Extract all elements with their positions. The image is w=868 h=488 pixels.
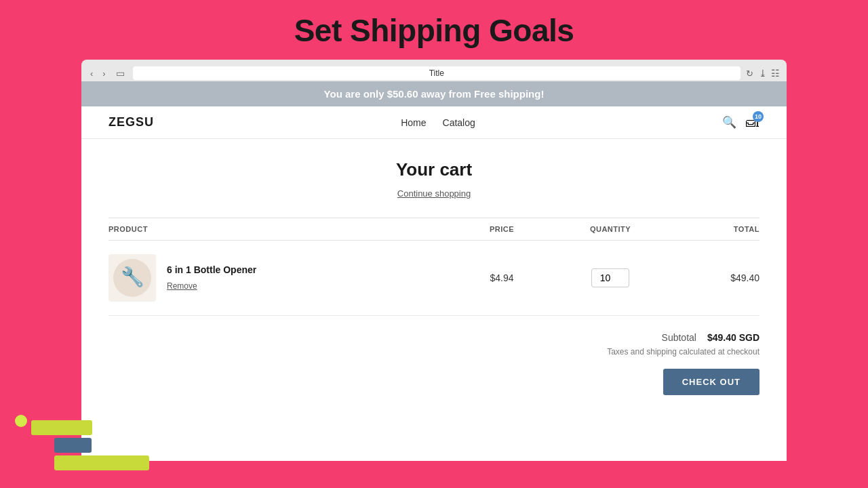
- store-logo: ZEGSU: [108, 115, 154, 129]
- table-row: 🔧 6 in 1 Bottle Opener Remove $4.94 $49.…: [108, 241, 760, 316]
- browser-actions: ⤓ ☷: [759, 68, 780, 79]
- cart-item-price: $4.94: [448, 272, 556, 283]
- browser-reload-btn[interactable]: ↻: [746, 68, 753, 79]
- cart-item-product: 🔧 6 in 1 Bottle Opener Remove: [108, 254, 448, 302]
- browser-chrome: ‹ › ▭ ↻ ⤓ ☷: [81, 60, 787, 81]
- browser-sidebar-btn[interactable]: ▭: [113, 66, 127, 80]
- cart-title: Your cart: [108, 159, 760, 180]
- cart-subtotal: Subtotal $49.40 SGD Taxes and shipping c…: [108, 316, 760, 406]
- cart-icon-button[interactable]: 🛋 10: [746, 115, 760, 130]
- product-name: 6 in 1 Bottle Opener: [167, 264, 256, 275]
- subtotal-row: Subtotal $49.40 SGD: [662, 332, 760, 343]
- deco-dot: [15, 415, 27, 427]
- page-title: Set Shipping Goals: [0, 12, 868, 49]
- nav-home[interactable]: Home: [401, 117, 426, 128]
- shop-window: You are only $50.60 away from Free shipp…: [81, 81, 787, 461]
- svg-text:🔧: 🔧: [121, 266, 144, 288]
- browser-bookmark-btn[interactable]: ☷: [771, 68, 780, 79]
- col-header-quantity: QUANTITY: [556, 225, 665, 233]
- product-image: 🔧: [108, 254, 156, 302]
- deco-bar-2: [54, 438, 92, 453]
- col-header-price: PRICE: [448, 225, 556, 233]
- browser-address-bar[interactable]: [133, 66, 741, 80]
- remove-item-button[interactable]: Remove: [167, 281, 197, 291]
- store-nav: Home Catalog: [401, 117, 475, 128]
- continue-shopping-link[interactable]: Continue shopping: [108, 188, 760, 199]
- page-title-area: Set Shipping Goals: [0, 0, 868, 60]
- checkout-button[interactable]: CHECK OUT: [663, 369, 760, 395]
- shipping-banner: You are only $50.60 away from Free shipp…: [81, 81, 787, 106]
- cart-table-header: PRODUCT PRICE QUANTITY TOTAL: [108, 218, 760, 241]
- tax-note: Taxes and shipping calculated at checkou…: [607, 347, 760, 357]
- col-header-product: PRODUCT: [108, 225, 448, 233]
- browser-forward-btn[interactable]: ›: [100, 67, 107, 80]
- cart-item-quantity: [556, 268, 665, 287]
- cart-item-details: 6 in 1 Bottle Opener Remove: [167, 264, 256, 291]
- product-image-svg: 🔧: [112, 258, 153, 298]
- subtotal-value: $49.40 SGD: [707, 332, 760, 343]
- deco-bar-3: [54, 455, 149, 470]
- cart-content: Your cart Continue shopping PRODUCT PRIC…: [81, 139, 787, 426]
- quantity-input[interactable]: [591, 268, 629, 287]
- store-header-icons: 🔍 🛋 10: [722, 115, 760, 130]
- store-header: ZEGSU Home Catalog 🔍 🛋 10: [81, 106, 787, 139]
- deco-bar-1: [31, 420, 92, 435]
- nav-catalog[interactable]: Catalog: [443, 117, 475, 128]
- browser-back-btn[interactable]: ‹: [88, 67, 95, 80]
- cart-badge: 10: [753, 111, 764, 122]
- deco-bottom-left: [0, 407, 149, 488]
- cart-item-total: $49.40: [665, 272, 760, 283]
- shipping-banner-text: You are only $50.60 away from Free shipp…: [324, 88, 545, 100]
- subtotal-label: Subtotal: [662, 332, 696, 343]
- browser-share-btn[interactable]: ⤓: [759, 68, 767, 79]
- col-header-total: TOTAL: [665, 225, 760, 233]
- search-icon[interactable]: 🔍: [722, 115, 736, 129]
